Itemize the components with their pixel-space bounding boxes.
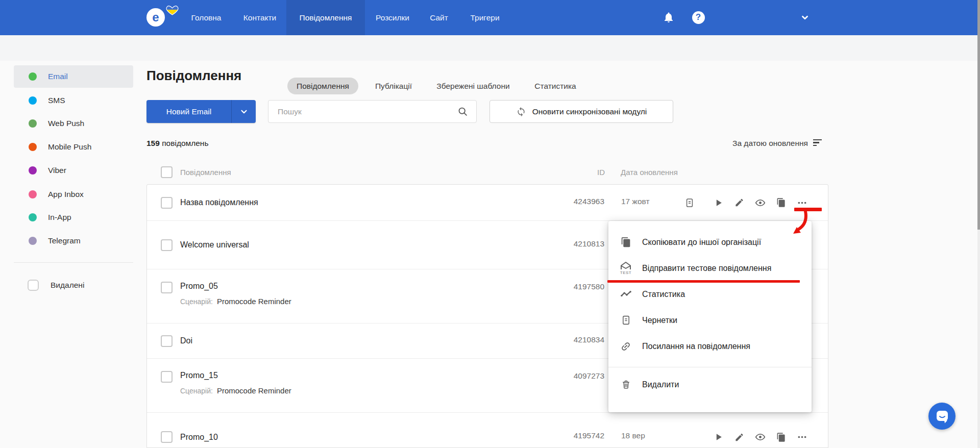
- test-message-icon: TEST: [619, 261, 633, 275]
- message-id: 4097273: [574, 371, 604, 381]
- more-actions-ellipsis-icon[interactable]: [797, 432, 807, 442]
- annotation-underline-test-message: [607, 280, 800, 283]
- sidebar-item-mobile-push[interactable]: Mobile Push: [14, 136, 133, 158]
- send-play-icon[interactable]: [713, 197, 724, 208]
- app-inbox-channel-dot-icon: [29, 190, 37, 198]
- channels-sidebar: Email SMS Web Push Mobile Push Viber App…: [0, 61, 133, 448]
- row-checkbox[interactable]: [161, 431, 173, 443]
- sidebar-item-email[interactable]: Email: [14, 65, 133, 88]
- search-input[interactable]: [268, 107, 457, 116]
- menu-item-message-link[interactable]: Посилання на повідомлення: [608, 333, 812, 359]
- tab-publications[interactable]: Публікації: [366, 78, 421, 94]
- message-id: 4243963: [574, 197, 604, 206]
- message-name[interactable]: Назва повідомлення: [180, 198, 258, 207]
- preview-eye-icon[interactable]: [755, 432, 766, 442]
- new-email-split-button[interactable]: Новий Email: [146, 100, 256, 123]
- sync-modules-button[interactable]: Оновити синхронізовані модулі: [489, 100, 673, 123]
- message-name[interactable]: Promo_10: [180, 433, 218, 442]
- message-id: 4210813: [574, 239, 604, 248]
- sms-channel-dot-icon: [29, 96, 37, 105]
- menu-divider: [608, 367, 812, 367]
- secondary-tab-bar: Повідомлення Публікації Збережені шаблон…: [0, 35, 980, 61]
- row-checkbox[interactable]: [161, 282, 173, 293]
- row-checkbox[interactable]: [161, 335, 173, 347]
- logo-letter: e: [152, 10, 159, 24]
- email-channel-dot-icon: [29, 72, 37, 81]
- more-actions-ellipsis-icon[interactable]: [797, 197, 807, 208]
- top-navigation-bar: e Головна Контакти Повідомлення Розсилки…: [0, 0, 980, 35]
- select-all-checkbox[interactable]: [161, 166, 173, 178]
- sidebar-item-deleted[interactable]: Видалені: [14, 274, 133, 296]
- mobile-push-channel-dot-icon: [29, 143, 37, 151]
- sort-icon: [813, 139, 822, 148]
- row-checkbox[interactable]: [161, 371, 173, 383]
- viber-channel-dot-icon: [29, 166, 37, 175]
- table-header-row: Повідомлення ID Дата оновлення: [146, 166, 828, 179]
- tab-messages[interactable]: Повідомлення: [287, 78, 358, 94]
- message-date: 18 вер: [621, 431, 645, 440]
- tab-saved-templates[interactable]: Збережені шаблони: [427, 78, 519, 94]
- nav-item-campaigns[interactable]: Розсилки: [376, 0, 409, 35]
- sidebar-item-web-push[interactable]: Web Push: [14, 112, 133, 135]
- brand-logo[interactable]: e: [146, 8, 165, 27]
- page-scrollbar[interactable]: [977, 0, 980, 448]
- table-row[interactable]: Promo_10 4195742 18 вер: [147, 413, 828, 448]
- menu-item-drafts[interactable]: Чернетки: [608, 307, 812, 333]
- copy-icon: [619, 237, 633, 247]
- row-checkbox[interactable]: [161, 239, 173, 251]
- copy-icon[interactable]: [776, 197, 787, 208]
- new-email-button[interactable]: Новий Email: [146, 100, 231, 123]
- messages-count: 159 повідомлень: [146, 139, 209, 148]
- message-id: 4197580: [574, 282, 604, 291]
- notifications-bell-icon[interactable]: [662, 10, 676, 24]
- nav-item-triggers[interactable]: Тригери: [470, 0, 499, 35]
- draft-document-icon[interactable]: [684, 197, 695, 208]
- scrollbar-thumb[interactable]: [977, 0, 980, 230]
- search-icon[interactable]: [457, 106, 468, 117]
- new-email-dropdown-toggle[interactable]: [231, 100, 256, 123]
- row-checkbox[interactable]: [161, 197, 173, 209]
- message-name[interactable]: Doi: [180, 336, 192, 345]
- message-id: 4195742: [574, 431, 604, 440]
- menu-item-copy-to-org[interactable]: Скопіювати до іншої організації: [608, 229, 812, 255]
- message-name[interactable]: Promo_05: [180, 282, 218, 290]
- message-name[interactable]: Promo_15: [180, 371, 218, 380]
- nav-item-site[interactable]: Сайт: [430, 0, 448, 35]
- row-actions-dropdown-menu: Скопіювати до іншої організації TEST Від…: [608, 221, 812, 412]
- deleted-checkbox[interactable]: [28, 280, 39, 291]
- web-push-channel-dot-icon: [29, 119, 37, 128]
- telegram-channel-dot-icon: [29, 237, 37, 245]
- scenario-line: Сценарій:Promocode Reminder: [180, 386, 291, 395]
- menu-item-statistics[interactable]: Статистика: [608, 281, 812, 307]
- nav-item-home[interactable]: Головна: [191, 0, 222, 35]
- nav-item-messages[interactable]: Повідомлення: [286, 0, 365, 35]
- send-play-icon[interactable]: [713, 432, 724, 442]
- sort-control[interactable]: За датою оновлення: [732, 139, 822, 148]
- preview-eye-icon[interactable]: [755, 197, 766, 208]
- table-row[interactable]: Назва повідомлення 4243963 17 жовт: [147, 185, 828, 221]
- edit-pencil-icon[interactable]: [734, 197, 745, 208]
- menu-item-delete[interactable]: Видалити: [608, 371, 812, 397]
- help-icon[interactable]: ?: [691, 10, 705, 24]
- sidebar-item-viber[interactable]: Viber: [14, 159, 133, 182]
- drafts-icon: [619, 315, 633, 326]
- message-name[interactable]: Welcome universal: [180, 240, 249, 250]
- column-header-date: Дата оновлення: [621, 168, 678, 177]
- statistics-icon: [619, 288, 633, 300]
- message-date: 17 жовт: [621, 197, 650, 206]
- sidebar-item-app-inbox[interactable]: App Inbox: [14, 183, 133, 206]
- tab-statistics[interactable]: Статистика: [525, 78, 585, 94]
- sidebar-item-sms[interactable]: SMS: [14, 89, 133, 112]
- nav-item-contacts[interactable]: Контакти: [243, 0, 276, 35]
- sidebar-item-telegram[interactable]: Telegram: [14, 230, 133, 252]
- edit-pencil-icon[interactable]: [734, 432, 745, 442]
- account-chevron-down-icon[interactable]: [798, 10, 812, 24]
- support-chat-button[interactable]: [928, 403, 955, 430]
- copy-icon[interactable]: [776, 432, 787, 442]
- sidebar-item-in-app[interactable]: In-App: [14, 206, 133, 229]
- message-id: 4210834: [574, 335, 604, 344]
- menu-item-send-test-message[interactable]: TEST Відправити тестове повідомлення: [608, 255, 812, 281]
- in-app-channel-dot-icon: [29, 213, 37, 221]
- chevron-down-icon: [239, 107, 249, 116]
- app-screen: e Головна Контакти Повідомлення Розсилки…: [0, 0, 980, 448]
